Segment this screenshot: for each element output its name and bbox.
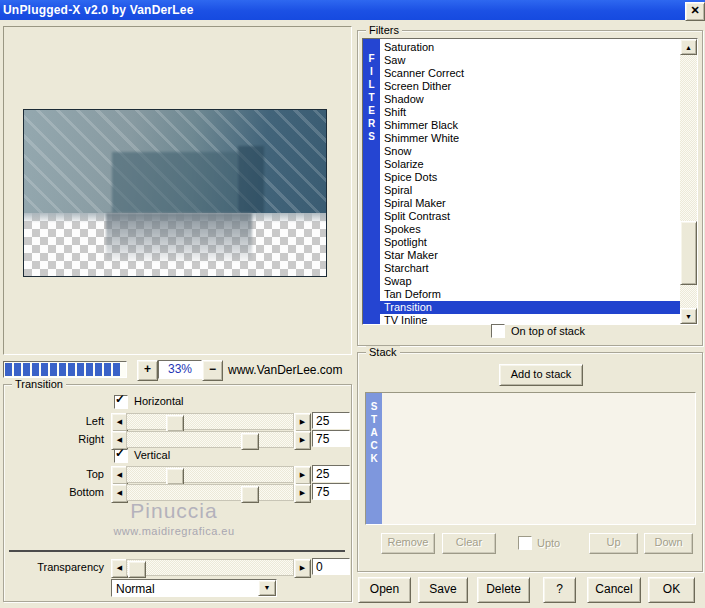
progress-block xyxy=(68,363,75,376)
filters-group: Filters FILTERS SaturationSawScanner Cor… xyxy=(357,30,703,346)
filter-item[interactable]: Starchart xyxy=(380,262,680,275)
on-top-of-stack-label: On top of stack xyxy=(511,325,585,338)
filter-list-wrap: FILTERS SaturationSawScanner CorrectScre… xyxy=(362,38,698,325)
watermark-title: Pinuccia xyxy=(4,499,344,523)
progress-block xyxy=(23,363,30,376)
filter-item[interactable]: Scanner Correct xyxy=(380,67,680,80)
filters-vertical-strip: FILTERS xyxy=(363,39,380,324)
transparency-label: Transparency xyxy=(4,561,104,573)
clear-button[interactable]: Clear xyxy=(442,533,496,554)
slider-thumb[interactable] xyxy=(241,433,259,450)
filter-item[interactable]: Solarize xyxy=(380,158,680,171)
slider-track[interactable] xyxy=(126,466,294,483)
slider-row-left: Left ◀ ▶ xyxy=(4,413,351,430)
delete-button[interactable]: Delete xyxy=(477,577,530,603)
transition-group-label: Transition xyxy=(12,378,66,390)
down-button[interactable]: Down xyxy=(644,533,693,554)
titlebar[interactable]: UnPlugged-X v2.0 by VanDerLee ✕ xyxy=(0,0,705,20)
filter-item[interactable]: Snow xyxy=(380,145,680,158)
filter-scrollbar[interactable]: ▲ ▼ xyxy=(680,39,697,324)
filter-item[interactable]: Transition xyxy=(380,301,680,314)
slider-track[interactable] xyxy=(126,431,294,448)
help-button[interactable]: ? xyxy=(543,577,576,603)
scroll-down-icon[interactable]: ▼ xyxy=(680,308,697,324)
add-to-stack-button[interactable]: Add to stack xyxy=(499,364,583,386)
progress-block xyxy=(86,363,93,376)
slider-value-input[interactable] xyxy=(312,412,350,429)
filter-item[interactable]: TV Inline xyxy=(380,314,680,324)
vendor-website: www.VanDerLee.com xyxy=(228,363,343,377)
slider-increment-icon[interactable]: ▶ xyxy=(294,413,311,432)
filter-item[interactable]: Split Contrast xyxy=(380,210,680,223)
filter-list[interactable]: SaturationSawScanner CorrectScreen Dithe… xyxy=(380,39,680,324)
blend-mode-dropdown[interactable]: Normal ▼ xyxy=(111,579,277,597)
slider-value-input[interactable] xyxy=(312,430,350,447)
close-icon[interactable]: ✕ xyxy=(685,2,705,21)
slider-label: Right xyxy=(4,433,104,445)
remove-button[interactable]: Remove xyxy=(381,533,435,554)
slider-increment-icon[interactable]: ▶ xyxy=(294,559,311,578)
save-button[interactable]: Save xyxy=(418,577,468,603)
vertical-label: Vertical xyxy=(134,449,170,462)
slider-increment-icon[interactable]: ▶ xyxy=(294,466,311,485)
filter-item[interactable]: Screen Dither xyxy=(380,80,680,93)
ok-button[interactable]: OK xyxy=(648,577,695,603)
slider-value-input[interactable] xyxy=(312,465,350,482)
watermark-url: www.maidiregrafica.eu xyxy=(4,525,344,537)
on-top-of-stack-checkbox[interactable] xyxy=(491,324,505,338)
slider-label: Left xyxy=(4,415,104,427)
up-button[interactable]: Up xyxy=(589,533,638,554)
filter-item[interactable]: Spiral Maker xyxy=(380,197,680,210)
slider-value-input[interactable] xyxy=(312,483,350,500)
progress-block xyxy=(113,363,120,376)
open-button[interactable]: Open xyxy=(358,577,411,603)
scrollbar-thumb[interactable] xyxy=(680,221,697,285)
filter-item[interactable]: Saw xyxy=(380,54,680,67)
vertical-checkbox[interactable]: ✓ xyxy=(114,449,128,463)
slider-thumb[interactable] xyxy=(166,415,184,432)
slider-increment-icon[interactable]: ▶ xyxy=(294,431,311,450)
filter-item[interactable]: Swap xyxy=(380,275,680,288)
progress-block xyxy=(41,363,48,376)
slider-thumb[interactable] xyxy=(128,561,146,578)
unplugged-x-dialog: UnPlugged-X v2.0 by VanDerLee ✕ + 33% − … xyxy=(0,0,705,608)
cancel-button[interactable]: Cancel xyxy=(587,577,641,603)
slider-track[interactable] xyxy=(126,559,294,576)
progress-block xyxy=(32,363,39,376)
preview-band-dark xyxy=(238,146,264,213)
filter-item[interactable]: Shift xyxy=(380,106,680,119)
stack-list[interactable] xyxy=(382,393,695,524)
filter-item[interactable]: Tan Deform xyxy=(380,288,680,301)
progress-block xyxy=(5,363,12,376)
transparency-value-input[interactable] xyxy=(312,558,350,575)
preview-band xyxy=(112,152,238,213)
progress-block xyxy=(50,363,57,376)
slider-thumb[interactable] xyxy=(166,468,184,485)
scroll-up-icon[interactable]: ▲ xyxy=(680,39,697,55)
checkmark-icon: ✓ xyxy=(115,393,125,405)
filter-item[interactable]: Spiral xyxy=(380,184,680,197)
stack-vertical-strip: STACK xyxy=(366,393,382,524)
filter-item[interactable]: Saturation xyxy=(380,41,680,54)
blend-mode-value: Normal xyxy=(116,582,155,596)
chevron-down-icon[interactable]: ▼ xyxy=(258,580,276,596)
progress-block xyxy=(59,363,66,376)
filter-item[interactable]: Shimmer Black xyxy=(380,119,680,132)
filter-item[interactable]: Shimmer White xyxy=(380,132,680,145)
slider-row-top: Top ◀ ▶ xyxy=(4,466,351,483)
filter-item[interactable]: Star Maker xyxy=(380,249,680,262)
slider-track[interactable] xyxy=(126,413,294,430)
zoom-in-button[interactable]: + xyxy=(137,360,158,381)
filter-item[interactable]: Shadow xyxy=(380,93,680,106)
filter-item[interactable]: Spice Dots xyxy=(380,171,680,184)
upto-checkbox[interactable] xyxy=(518,536,532,550)
progress-block xyxy=(77,363,84,376)
horizontal-checkbox[interactable]: ✓ xyxy=(114,395,128,409)
filter-item[interactable]: Spotlight xyxy=(380,236,680,249)
stack-group: Stack Add to stack STACK Remove Clear Up… xyxy=(357,352,703,572)
filter-item[interactable]: Spokes xyxy=(380,223,680,236)
preview-image[interactable] xyxy=(23,109,327,277)
progress-bar xyxy=(3,361,127,378)
zoom-out-button[interactable]: − xyxy=(202,360,223,381)
slider-label: Bottom xyxy=(4,486,104,498)
